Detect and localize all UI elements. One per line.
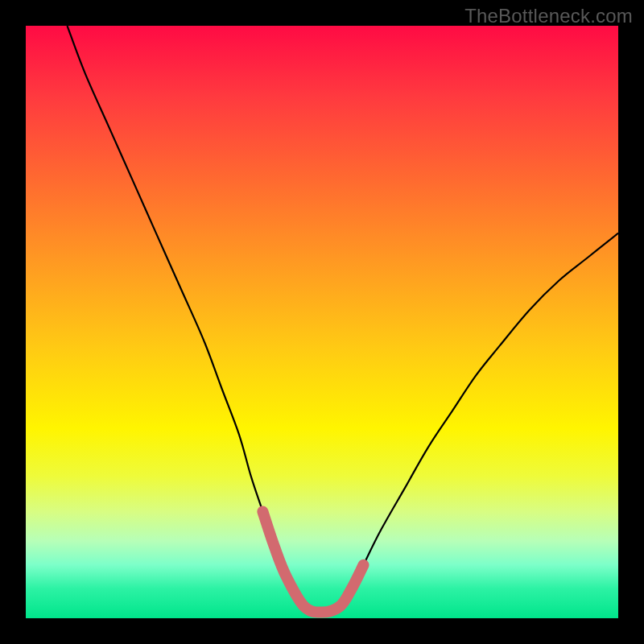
curve-layer	[26, 26, 618, 618]
chart-frame: TheBottleneck.com	[0, 0, 644, 644]
watermark-text: TheBottleneck.com	[464, 5, 633, 27]
black-curve	[68, 26, 619, 613]
plot-area	[26, 26, 618, 618]
thick-pink-segment	[262, 512, 363, 613]
